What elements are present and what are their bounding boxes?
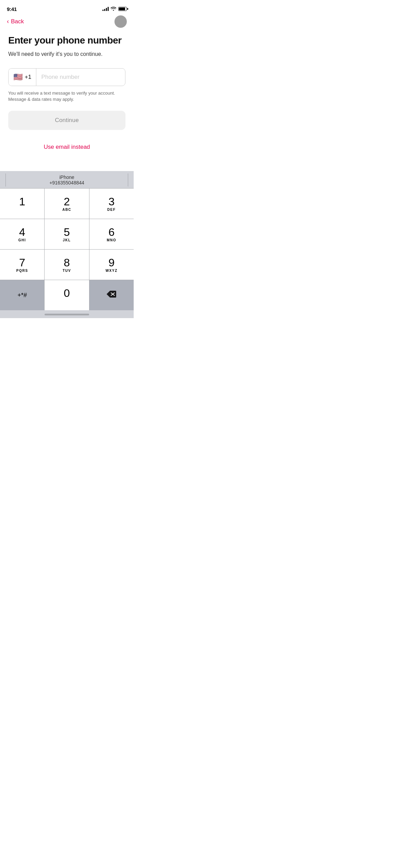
key-7[interactable]: 7 PQRS: [0, 250, 44, 280]
country-code: +1: [25, 74, 31, 81]
wifi-icon: [111, 7, 116, 12]
keyboard-area: iPhone +916355048844 1 2 ABC 3 DEF 4 GHI…: [0, 171, 134, 318]
main-content: Enter your phone number We'll need to ve…: [0, 28, 134, 171]
status-bar: 9:41: [0, 0, 134, 15]
delete-button[interactable]: [89, 280, 134, 310]
status-time: 9:41: [7, 6, 17, 12]
phone-number-input[interactable]: [36, 69, 125, 86]
flag-icon: 🇺🇸: [13, 73, 23, 82]
divider-right: [128, 173, 128, 186]
nav-bar: ‹ Back: [0, 15, 134, 28]
delete-icon: [107, 291, 116, 300]
back-chevron-icon: ‹: [7, 18, 9, 25]
key-1[interactable]: 1: [0, 189, 44, 219]
key-8[interactable]: 8 TUV: [45, 250, 89, 280]
divider-left: [5, 173, 6, 186]
key-5[interactable]: 5 JKL: [45, 219, 89, 249]
keyboard-contact-info: iPhone +916355048844: [5, 174, 128, 185]
profile-avatar[interactable]: [114, 15, 127, 28]
keyboard-contact-bar[interactable]: iPhone +916355048844: [0, 171, 134, 188]
key-2[interactable]: 2 ABC: [45, 189, 89, 219]
home-indicator: [0, 310, 134, 318]
signal-icon: [102, 7, 109, 11]
phone-input-container: 🇺🇸 +1: [8, 68, 125, 86]
battery-icon: [118, 7, 127, 11]
home-bar: [45, 314, 89, 315]
keypad: 1 2 ABC 3 DEF 4 GHI 5 JKL 6 MNO 7 PQRS: [0, 188, 134, 310]
contact-name: iPhone: [5, 174, 128, 180]
page-subtitle: We'll need to verify it's you to continu…: [8, 50, 125, 58]
key-6[interactable]: 6 MNO: [89, 219, 134, 249]
sms-notice: You will receive a text message to verif…: [8, 90, 125, 103]
key-4[interactable]: 4 GHI: [0, 219, 44, 249]
key-0[interactable]: 0: [45, 280, 89, 310]
use-email-link[interactable]: Use email instead: [8, 144, 125, 150]
key-3[interactable]: 3 DEF: [89, 189, 134, 219]
status-icons: [102, 7, 127, 12]
back-label: Back: [11, 18, 24, 25]
key-9[interactable]: 9 WXYZ: [89, 250, 134, 280]
key-symbols[interactable]: +*#: [0, 280, 44, 310]
back-button[interactable]: ‹ Back: [7, 18, 24, 25]
country-selector[interactable]: 🇺🇸 +1: [9, 69, 36, 86]
page-title: Enter your phone number: [8, 35, 125, 46]
continue-button[interactable]: Continue: [8, 111, 125, 130]
contact-number: +916355048844: [5, 180, 128, 185]
